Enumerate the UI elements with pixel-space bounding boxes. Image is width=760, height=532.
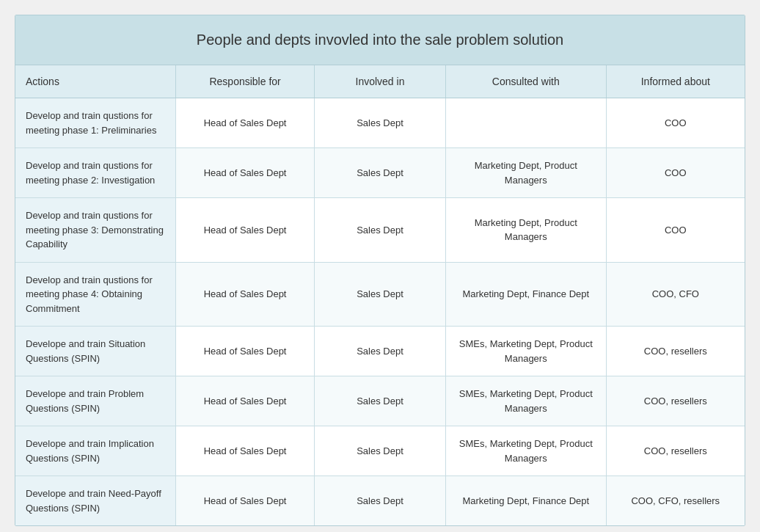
cell-action: Develope and train Implication Questions… bbox=[15, 426, 176, 476]
col-header-informed: Informed about bbox=[606, 65, 745, 98]
cell-action: Develope and train Problem Questions (SP… bbox=[15, 376, 176, 426]
cell-informed: COO, resellers bbox=[606, 426, 745, 476]
cell-responsible: Head of Sales Dept bbox=[176, 376, 315, 426]
cell-responsible: Head of Sales Dept bbox=[176, 426, 315, 476]
cell-responsible: Head of Sales Dept bbox=[176, 198, 315, 263]
cell-informed: COO bbox=[606, 198, 745, 263]
cell-involved: Sales Dept bbox=[315, 98, 446, 148]
cell-action: Develope and train Need-Payoff Questions… bbox=[15, 476, 176, 526]
table-title: People and depts invovled into the sale … bbox=[15, 15, 745, 65]
cell-informed: COO, CFO bbox=[606, 262, 745, 327]
cell-action: Develop and train qustions for meeting p… bbox=[15, 198, 176, 263]
col-header-actions: Actions bbox=[15, 65, 176, 98]
cell-action: Develope and train Situation Questions (… bbox=[15, 327, 176, 376]
header-row: Actions Responsible for Involved in Cons… bbox=[15, 65, 745, 98]
table-row: Develope and train Implication Questions… bbox=[15, 426, 745, 476]
cell-informed: COO, resellers bbox=[606, 327, 745, 376]
col-header-consulted: Consulted with bbox=[445, 65, 606, 98]
cell-consulted: Marketing Dept, Product Managers bbox=[445, 148, 606, 198]
cell-action: Develop and train qustions for meeting p… bbox=[15, 98, 176, 148]
table-row: Develope and train Problem Questions (SP… bbox=[15, 376, 745, 426]
col-header-responsible: Responsible for bbox=[176, 65, 315, 98]
table-row: Develop and train qustions for meeting p… bbox=[15, 148, 745, 198]
table-row: Develop and train qustions for meeting p… bbox=[15, 98, 745, 148]
cell-informed: COO bbox=[606, 98, 745, 148]
main-table-wrapper: People and depts invovled into the sale … bbox=[15, 15, 745, 526]
cell-action: Develop and train qustions for meeting p… bbox=[15, 262, 176, 327]
cell-consulted bbox=[445, 98, 606, 148]
cell-consulted: Marketing Dept, Finance Dept bbox=[445, 476, 606, 526]
table-row: Develop and train qustions for meeting p… bbox=[15, 262, 745, 327]
table-row: Develope and train Need-Payoff Questions… bbox=[15, 476, 745, 526]
table-row: Develope and train Situation Questions (… bbox=[15, 327, 745, 376]
cell-consulted: SMEs, Marketing Dept, Product Managers bbox=[445, 327, 606, 376]
cell-responsible: Head of Sales Dept bbox=[176, 327, 315, 376]
cell-involved: Sales Dept bbox=[315, 476, 446, 526]
cell-informed: COO, CFO, resellers bbox=[606, 476, 745, 526]
table-row: Develop and train qustions for meeting p… bbox=[15, 198, 745, 263]
cell-action: Develop and train qustions for meeting p… bbox=[15, 148, 176, 198]
cell-responsible: Head of Sales Dept bbox=[176, 476, 315, 526]
cell-consulted: Marketing Dept, Finance Dept bbox=[445, 262, 606, 327]
cell-consulted: SMEs, Marketing Dept, Product Managers bbox=[445, 376, 606, 426]
cell-involved: Sales Dept bbox=[315, 148, 446, 198]
cell-consulted: Marketing Dept, Product Managers bbox=[445, 198, 606, 263]
cell-involved: Sales Dept bbox=[315, 198, 446, 263]
cell-involved: Sales Dept bbox=[315, 327, 446, 376]
cell-responsible: Head of Sales Dept bbox=[176, 148, 315, 198]
col-header-involved: Involved in bbox=[315, 65, 446, 98]
cell-involved: Sales Dept bbox=[315, 376, 446, 426]
cell-involved: Sales Dept bbox=[315, 426, 446, 476]
cell-responsible: Head of Sales Dept bbox=[176, 262, 315, 327]
cell-informed: COO bbox=[606, 148, 745, 198]
raci-table: Actions Responsible for Involved in Cons… bbox=[15, 65, 745, 525]
cell-informed: COO, resellers bbox=[606, 376, 745, 426]
cell-responsible: Head of Sales Dept bbox=[176, 98, 315, 148]
table-body: Develop and train qustions for meeting p… bbox=[15, 98, 745, 526]
cell-involved: Sales Dept bbox=[315, 262, 446, 327]
cell-consulted: SMEs, Marketing Dept, Product Managers bbox=[445, 426, 606, 476]
